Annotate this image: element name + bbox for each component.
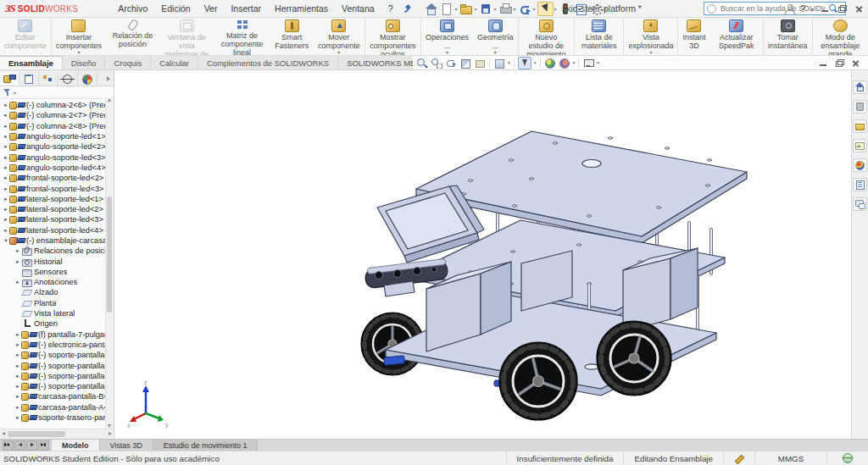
menu-item[interactable]: Ventana (336, 2, 381, 15)
scroll-left-icon[interactable] (2, 432, 5, 435)
expand-arrow-icon[interactable]: ▸ (14, 247, 21, 254)
first-tab-icon[interactable] (3, 440, 14, 451)
chevron-down-icon[interactable]: ▾ (811, 6, 814, 12)
tree-item[interactable]: ▸ lateral-soporte-led<2> (Pre (0, 204, 114, 214)
expand-arrow-icon[interactable]: ▸ (3, 154, 9, 161)
annotation-views-icon[interactable] (474, 58, 486, 69)
tree-item[interactable]: ▸ (-) soporte-pantalla<2> (0, 360, 114, 370)
ribbon-button[interactable]: Mover componente ▾ (314, 18, 364, 55)
tree-item[interactable]: ▸ angulo-soporte-led<2> (Pr (0, 141, 114, 152)
ribbon-button[interactable]: Lista de materiales (574, 18, 624, 55)
tree-item[interactable]: Vista lateral (0, 308, 114, 318)
tree-item[interactable]: Planta (0, 298, 114, 308)
ribbon-button[interactable]: Relación de posición (106, 18, 159, 55)
command-tab[interactable]: Calcular (151, 56, 198, 69)
ribbon-button[interactable]: Smart Fasteners (270, 18, 314, 55)
ribbon-button[interactable]: Vista explosionada ▾ (623, 18, 677, 55)
ribbon-button[interactable]: Modo de ensamblaje grande (812, 18, 868, 55)
chevron-down-icon[interactable]: ▾ (597, 60, 599, 65)
chevron-down-icon[interactable]: ▾ (454, 6, 457, 12)
zoom-to-area-icon[interactable] (431, 58, 442, 69)
ribbon-button[interactable]: Ventana de vista preliminar de component… (159, 18, 214, 55)
menu-item[interactable]: ? (382, 2, 399, 15)
last-tab-icon[interactable] (38, 440, 49, 451)
chevron-down-icon[interactable]: ▾ (474, 6, 476, 12)
ribbon-button[interactable]: Mostrar componentes ocultos ▾ (364, 18, 420, 55)
home-icon[interactable] (424, 3, 438, 15)
tree-item[interactable]: ▾ (-) ensamblaje-carcasa<1> (0, 235, 114, 246)
ribbon-button[interactable]: Instant 3D (677, 18, 709, 55)
propertymanager-tab-icon[interactable] (19, 72, 39, 86)
tree-item[interactable]: ▸ Anotaciones (0, 277, 114, 287)
expand-arrow-icon[interactable]: ▸ (14, 393, 21, 400)
scroll-up-icon[interactable] (108, 98, 111, 102)
custom-properties-icon[interactable] (853, 178, 867, 191)
ribbon-button[interactable]: Geometría ... ▾ (473, 18, 518, 55)
doc-minimize-icon[interactable] (818, 58, 829, 68)
previous-view-icon[interactable] (445, 58, 457, 69)
tree-item[interactable]: ▸ (-) columna-2<8> (Predete (0, 121, 114, 131)
expand-arrow-icon[interactable]: ▸ (14, 341, 21, 348)
apply-scene-icon[interactable] (559, 58, 570, 69)
doc-close-icon[interactable] (850, 58, 861, 68)
solidworks-resources-icon[interactable] (853, 80, 867, 94)
tree-item[interactable]: ▸ Relaciones de posición en s (0, 246, 114, 256)
design-library-icon[interactable] (853, 100, 867, 113)
tree-item[interactable]: ▸ angulo-soporte-led<3> (Pr (0, 152, 114, 162)
command-tab[interactable]: Diseño (63, 56, 106, 69)
ribbon-button[interactable]: Matriz de componente lineal ▾ (214, 18, 270, 55)
expand-arrow-icon[interactable]: ▸ (3, 174, 9, 181)
user-account-icon[interactable] (784, 3, 794, 14)
expand-arrow-icon[interactable]: ▸ (3, 112, 9, 119)
expand-arrow-icon[interactable]: ▸ (14, 352, 21, 358)
new-document-icon[interactable] (439, 3, 453, 15)
expand-arrow-icon[interactable]: ▸ (14, 331, 21, 338)
next-tab-icon[interactable] (26, 440, 37, 451)
scrollbar-thumb[interactable] (107, 197, 112, 313)
expand-arrow-icon[interactable]: ▸ (14, 414, 21, 421)
configurationmanager-tab-icon[interactable] (39, 72, 58, 86)
view-palette-icon[interactable] (853, 139, 867, 152)
pin-menu-icon[interactable] (402, 3, 412, 14)
display-style-icon[interactable] (518, 57, 531, 69)
expand-arrow-icon[interactable]: ▸ (14, 279, 21, 285)
expand-arrow-icon[interactable]: ▸ (3, 185, 9, 192)
expand-arrow-icon[interactable]: ▸ (3, 206, 9, 213)
tree-item[interactable]: ▸ (-) columna-2<6> (Predete (0, 100, 114, 110)
expand-arrow-icon[interactable]: ▾ (3, 237, 9, 244)
tree-item[interactable]: ▸ (-) columna-2<7> (Predete (0, 110, 114, 120)
edit-appearance-icon[interactable] (544, 58, 556, 69)
tree-item[interactable]: ▸ soporte-trasero-pantall (0, 412, 114, 423)
expand-arrow-icon[interactable]: ▸ (14, 363, 21, 369)
tree-item[interactable]: ▸ lateral-soporte-led<3> (Pre (0, 214, 114, 224)
menu-item[interactable]: Ver (198, 2, 224, 15)
expand-arrow-icon[interactable]: ▸ (3, 102, 9, 108)
chevron-down-icon[interactable]: ▾ (573, 60, 576, 65)
tree-item[interactable]: ▸ (-) electronica-pantalla- (0, 340, 114, 350)
command-tab[interactable]: Ensamblaje (0, 56, 63, 69)
ribbon-button[interactable]: Nuevo estudio de movimiento (518, 18, 574, 55)
menu-item[interactable]: Archivo (112, 2, 153, 15)
filter-funnel-icon[interactable] (3, 88, 12, 97)
expand-arrow-icon[interactable]: ▸ (3, 143, 9, 150)
tree-item[interactable]: ▸ (-) soporte-pantalla<4> (0, 381, 114, 391)
section-view-icon[interactable] (459, 58, 471, 69)
scroll-right-icon[interactable] (108, 432, 112, 435)
tree-item[interactable]: ▸ lateral-soporte-led<4> (Pre (0, 225, 114, 235)
chevron-down-icon[interactable]: ▾ (14, 90, 16, 96)
expand-arrow-icon[interactable]: ▸ (3, 133, 9, 140)
chevron-down-icon[interactable]: ▾ (508, 60, 510, 65)
expand-arrow-icon[interactable]: ▸ (3, 216, 9, 223)
expand-arrow-icon[interactable]: ▸ (14, 258, 21, 265)
ribbon-button[interactable]: Operaciones ... ▾ (420, 18, 473, 55)
expand-arrow-icon[interactable]: ▸ (14, 383, 21, 390)
doc-restore-icon[interactable] (834, 58, 845, 68)
ribbon-button[interactable]: Tomar instantánea (763, 18, 812, 55)
tree-item[interactable]: ▸ lateral-soporte-led<1> (Pre (0, 194, 114, 204)
close-icon[interactable] (854, 3, 865, 14)
featuremanager-tab-icon[interactable] (0, 72, 19, 86)
open-icon[interactable] (459, 3, 473, 15)
tree-item[interactable]: Sensores (0, 267, 114, 277)
ribbon-button[interactable]: Editar componente (0, 18, 51, 55)
scroll-down-icon[interactable] (108, 424, 111, 428)
